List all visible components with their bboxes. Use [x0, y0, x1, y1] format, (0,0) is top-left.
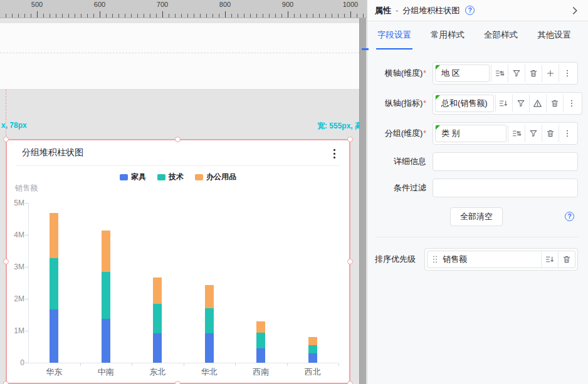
clear-row: 全部清空 [375, 207, 578, 226]
section-divider [376, 237, 578, 237]
clear-all-button[interactable]: 全部清空 [450, 207, 503, 226]
bar-segment[interactable] [50, 213, 58, 258]
x-category-label: 西南 [241, 366, 281, 378]
tab-common-styles[interactable]: 常用样式 [429, 21, 466, 49]
tab-field-settings[interactable]: 字段设置 [376, 21, 412, 49]
trash-icon[interactable] [558, 251, 575, 268]
field-pill-category[interactable]: 类 别 [435, 125, 507, 142]
bar-segment[interactable] [256, 333, 265, 348]
detail-info-input[interactable] [433, 152, 578, 171]
ruler-tick [200, 14, 201, 18]
x-category-label: 华东 [34, 366, 74, 378]
trash-icon[interactable] [525, 65, 542, 82]
y-tick-mark [25, 363, 28, 363]
sort-updown-icon[interactable] [491, 65, 508, 82]
field-pill-region[interactable]: 地 区 [435, 65, 490, 82]
more-icon[interactable] [559, 125, 575, 142]
chart-plot-area: 01M2M3M4M5M华东中南东北华北西南西北 [7, 140, 349, 383]
properties-panel: 属性 - 分组堆积柱状图 字段设置 常用样式 全部样式 其他设置 横轴(维度)*… [367, 0, 588, 384]
help-icon[interactable] [565, 212, 574, 221]
bar-segment[interactable] [102, 231, 110, 271]
resize-handle[interactable] [3, 381, 9, 384]
y-tick-label: 1M [8, 326, 24, 335]
bar-segment[interactable] [153, 333, 162, 363]
ruler-tick [81, 14, 81, 18]
resize-handle[interactable] [3, 137, 9, 142]
bar-segment[interactable] [308, 337, 317, 345]
ruler-tick [43, 14, 44, 18]
alignment-guide [6, 90, 6, 139]
ruler-tick [106, 14, 107, 18]
ruler-tick [144, 14, 144, 18]
y-tick-label: 0 [8, 358, 24, 367]
trash-icon[interactable] [542, 125, 559, 142]
drag-handle-icon[interactable] [428, 255, 443, 264]
panel-title-separator: - [396, 6, 398, 15]
ruler-tick [68, 14, 69, 18]
bar-segment[interactable] [102, 272, 110, 319]
more-icon[interactable] [563, 95, 580, 112]
bar-segment[interactable] [205, 308, 214, 333]
bar-segment[interactable] [256, 348, 265, 363]
field-actions [491, 65, 575, 82]
x-tick-mark [235, 363, 236, 366]
ruler-tick [363, 14, 364, 18]
y-axis-line [28, 203, 29, 363]
sort-item-actions [541, 251, 575, 268]
bar-segment[interactable] [205, 285, 214, 308]
sort-down-icon[interactable] [541, 251, 558, 268]
filter-icon[interactable] [512, 95, 529, 112]
bar-segment[interactable] [153, 278, 162, 304]
resize-handle[interactable] [175, 381, 181, 384]
field-actions [508, 125, 575, 142]
bar-segment[interactable] [205, 333, 214, 363]
field-pill-sales-sum[interactable]: 总和(销售额) [435, 95, 494, 112]
resize-handle[interactable] [347, 381, 353, 384]
ruler-tick [307, 14, 307, 18]
ruler-tick [75, 14, 75, 18]
warning-icon[interactable] [529, 95, 546, 112]
field-row-group: 分组(维度)* 类 别 [375, 122, 578, 145]
sort-priority-item[interactable]: 销售额 [427, 251, 575, 268]
y-tick-label: 3M [8, 262, 24, 271]
panel-tabs: 字段设置 常用样式 全部样式 其他设置 [367, 21, 588, 49]
sort-updown-icon[interactable] [508, 125, 525, 142]
ruler-tick [263, 14, 263, 18]
ruler-tick [12, 14, 13, 18]
bar-segment[interactable] [50, 309, 58, 363]
resize-handle[interactable] [175, 137, 181, 142]
sort-down-icon[interactable] [495, 95, 512, 112]
resize-handle[interactable] [347, 259, 353, 264]
field-label: 分组(维度)* [375, 128, 433, 138]
ruler-tick [281, 14, 282, 18]
ruler-tick [325, 14, 326, 18]
plus-icon[interactable] [542, 65, 559, 82]
bar-segment[interactable] [308, 345, 317, 353]
resize-handle[interactable] [347, 137, 353, 142]
chart-widget[interactable]: 分组堆积柱状图 家具技术办公用品 销售额 01M2M3M4M5M华东中南东北华北… [6, 139, 350, 384]
field-label: 纵轴(指标)* [375, 98, 433, 108]
bar-segment[interactable] [256, 321, 265, 333]
ruler-tick [50, 14, 50, 18]
tab-all-styles[interactable]: 全部样式 [483, 21, 519, 49]
ruler-tick [194, 14, 194, 18]
canvas-scrollbar[interactable] [359, 18, 366, 384]
ruler-tick [225, 11, 226, 18]
bar-segment[interactable] [50, 258, 58, 309]
tab-other-settings[interactable]: 其他设置 [536, 21, 572, 49]
bar-segment[interactable] [308, 353, 317, 363]
resize-handle[interactable] [3, 259, 9, 264]
filter-icon[interactable] [508, 65, 525, 82]
bar-segment[interactable] [102, 319, 110, 363]
trash-icon[interactable] [546, 95, 563, 112]
more-icon[interactable] [559, 65, 575, 82]
bar-segment[interactable] [153, 304, 162, 333]
help-icon[interactable] [465, 6, 475, 15]
collapse-panel-icon[interactable] [569, 5, 580, 16]
dashboard-sheet[interactable] [0, 23, 359, 90]
condition-filter-input[interactable] [433, 179, 578, 197]
filter-icon[interactable] [525, 125, 542, 142]
ruler-tick [332, 14, 332, 18]
y-tick-mark [25, 235, 28, 236]
dashboard-canvas[interactable]: 5006007008009001000 x, 78px 宽: 555px, 高 … [0, 0, 367, 384]
